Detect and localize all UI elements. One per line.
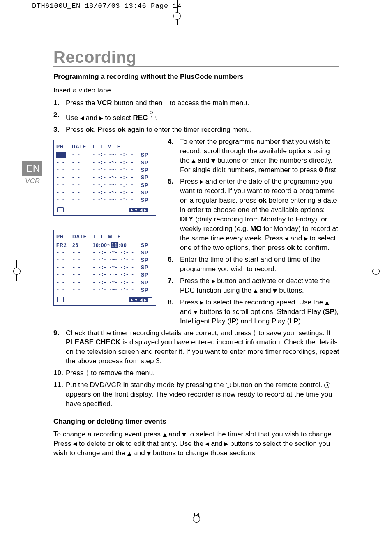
section-heading-2: Changing or deleting timer events [53,417,339,427]
table-row: - -- -- -:- -~- -:- -SP [54,151,156,159]
arrow-up-icon [191,159,196,163]
table-row: - -- -- -:- -~- -:- -SP [54,249,156,256]
arrow-down-icon [182,433,186,437]
arrow-up-icon [325,301,329,305]
step-11: 11. Put the DVD/VCR in standby mode by p… [53,380,339,409]
step-2: 2. Use and to select REC REC. [53,111,339,123]
content: Programming a recording without the Plus… [53,72,339,461]
crop-mark [173,12,181,20]
step-9: 9. Check that the timer recording detail… [53,329,339,367]
step-3: 3. Press ok. Press ok again to enter the… [53,125,339,135]
osd-screenshot-2: PR DATE T I M E FR22610:00~11:00SP - -- … [53,230,156,306]
table-row: - -- -- -:- -~- -:- -SP [54,182,156,189]
intro-para: Insert a video tape. [53,86,339,95]
page-title: Recording [53,46,136,68]
dpad-icon: ▲▼◀▶╎ [130,206,152,213]
step-1: 1. Press the VCR button and then ╎ to ac… [53,99,339,108]
arrow-right-icon [99,116,103,120]
menu-icon: ╎ [164,99,168,107]
table-row: - -- -- -:- -~- -:- -SP [54,166,156,174]
side-tab-lang: EN [22,161,42,176]
table-row: - -- -- -:- -~- -:- -SP [54,271,156,279]
arrow-down-icon [194,311,198,314]
arrow-left-icon [205,442,209,446]
osd-screenshot-1: PR DATE T I M E - -- -- -:- -~- -:- -SP … [53,140,156,216]
step-4: 4. To enter the programme number that yo… [168,137,339,175]
table-row: - -- -- -:- -~- -:- -SP [54,286,156,294]
side-tab-device: VCR [22,176,42,186]
arrow-up-icon [127,452,131,456]
step-10: 10. Press ╎ to remove the menu. [53,369,339,378]
step-7: 7. Press the button and activate or deac… [168,277,339,295]
tv-icon [57,207,64,212]
tv-icon [57,297,64,302]
step-8: 8. Press to select the recording speed. … [168,298,339,326]
table-row: - -- -- -:- -~- -:- -SP [54,264,156,271]
table-row: - -- -- -:- -~- -:- -SP [54,279,156,286]
rec-icon: REC [150,111,156,119]
arrow-up-icon [254,289,258,293]
table-row: - -- -- -:- -~- -:- -SP [54,256,156,264]
arrow-right-icon [200,180,203,184]
table-row: - -- -- -:- -~- -:- -SP [54,189,156,196]
arrow-down-icon [211,159,215,163]
clock-icon [324,382,330,388]
crop-mark [180,510,212,535]
arrow-down-icon [273,289,277,293]
arrow-down-icon [147,452,151,456]
step-5: 5. Press and enter the date of the progr… [168,177,339,253]
power-icon [226,383,231,388]
menu-icon: ╎ [85,369,89,377]
table-row: FR22610:00~11:00SP [54,242,156,249]
arrow-right-icon [212,279,215,284]
arrow-right-icon [200,301,203,305]
dpad-icon: ▲▼◀▶╎ [130,296,152,303]
arrow-left-icon [73,442,77,446]
table-row: - -- -- -:- -~- -:- -SP [54,174,156,181]
arrow-left-icon [80,116,84,120]
title-underline [53,66,339,67]
arrow-right-icon [304,237,308,241]
step-6: 6. Enter the time of the start and end t… [168,255,339,274]
footer-rule [53,508,339,508]
section2-para: To change a recording event press and to… [53,430,339,458]
side-tab: EN VCR [22,161,42,186]
table-row: - -- -- -:- -~- -:- -SP [54,159,156,166]
section-heading: Programming a recording without the Plus… [53,72,339,82]
arrow-left-icon [285,237,288,241]
print-header: DTH6100U_EN 18/07/03 13:46 Page 14 [32,2,182,11]
table-row: - -- -- -:- -~- -:- -SP [54,196,156,204]
arrow-up-icon [163,433,167,437]
